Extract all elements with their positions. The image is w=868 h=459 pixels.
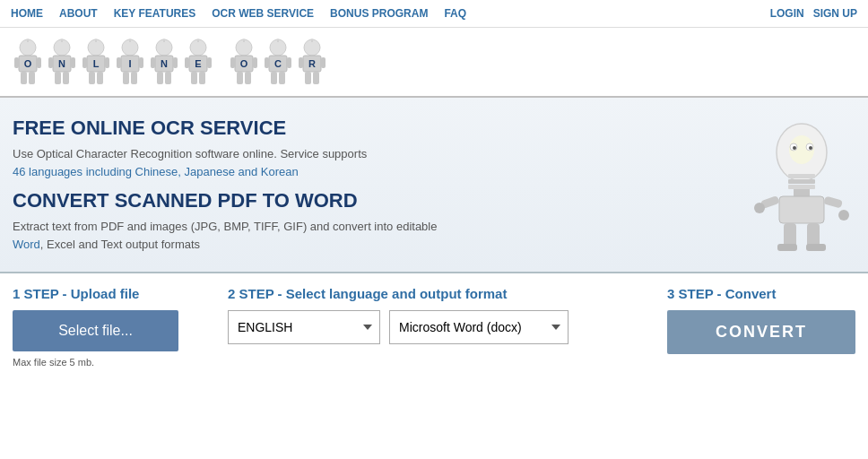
format-select[interactable]: Microsoft Word (docx) Microsoft Excel (x… bbox=[389, 310, 569, 344]
svg-point-98 bbox=[793, 146, 796, 150]
logo-robot-n2: N bbox=[147, 37, 181, 89]
logo-robot-c: C bbox=[261, 37, 295, 89]
step-3-label: 3 STEP - Convert bbox=[667, 286, 855, 301]
max-file-size: Max file size 5 mb. bbox=[13, 357, 192, 368]
svg-rect-50 bbox=[207, 57, 212, 68]
svg-rect-5 bbox=[37, 57, 41, 68]
svg-text:L: L bbox=[93, 58, 100, 69]
svg-rect-68 bbox=[287, 57, 291, 68]
language-select[interactable]: ENGLISH FRENCH GERMAN SPANISH CHINESE JA… bbox=[228, 310, 380, 344]
selects-row: ENGLISH FRENCH GERMAN SPANISH CHINESE JA… bbox=[228, 310, 631, 344]
svg-rect-25 bbox=[97, 72, 103, 84]
svg-rect-16 bbox=[63, 72, 69, 84]
logo-area: O N bbox=[0, 28, 868, 98]
svg-rect-61 bbox=[245, 72, 251, 84]
svg-rect-23 bbox=[105, 57, 109, 68]
hero-section: FREE ONLINE OCR SERVICE Use Optical Char… bbox=[0, 98, 868, 273]
logo-robot-oo: O bbox=[227, 37, 261, 89]
nav-about[interactable]: ABOUT bbox=[59, 7, 98, 20]
svg-rect-13 bbox=[48, 57, 53, 68]
nav-auth: LOGIN SIGN UP bbox=[770, 7, 857, 20]
nav-ocr-web-service[interactable]: OCR WEB SERVICE bbox=[212, 7, 314, 20]
logo: O N bbox=[11, 37, 857, 89]
svg-rect-77 bbox=[321, 57, 326, 68]
svg-point-90 bbox=[838, 210, 849, 221]
steps-row: 1 STEP - Upload file Select file... Max … bbox=[13, 286, 855, 368]
logo-robot-r: R bbox=[295, 37, 329, 89]
svg-rect-79 bbox=[313, 72, 319, 84]
step-1-label: 1 STEP - Upload file bbox=[13, 286, 192, 301]
svg-rect-69 bbox=[271, 72, 277, 84]
logo-robot-i: I bbox=[113, 37, 147, 89]
svg-rect-60 bbox=[237, 72, 243, 84]
logo-robot-o: O bbox=[11, 37, 45, 89]
logo-robot-l: L bbox=[79, 37, 113, 89]
hero-desc-1: Use Optical Character Recognition softwa… bbox=[13, 145, 748, 180]
svg-rect-83 bbox=[788, 179, 815, 184]
svg-text:C: C bbox=[274, 58, 282, 69]
nav-faq[interactable]: FAQ bbox=[444, 7, 466, 20]
nav-signup[interactable]: SIGN UP bbox=[813, 7, 857, 20]
svg-rect-85 bbox=[794, 189, 810, 196]
hero-desc-2: Extract text from PDF and images (JPG, B… bbox=[13, 218, 748, 253]
svg-text:N: N bbox=[161, 58, 168, 69]
svg-rect-41 bbox=[173, 57, 178, 68]
step-2: 2 STEP - Select language and output form… bbox=[228, 286, 631, 344]
select-file-button[interactable]: Select file... bbox=[13, 310, 178, 351]
svg-text:O: O bbox=[240, 58, 248, 69]
svg-rect-93 bbox=[777, 244, 797, 251]
hero-robot-image bbox=[748, 114, 855, 257]
nav-home[interactable]: HOME bbox=[11, 7, 43, 20]
svg-rect-94 bbox=[806, 244, 826, 251]
convert-button[interactable]: CONVERT bbox=[667, 310, 855, 354]
nav-login[interactable]: LOGIN bbox=[770, 7, 804, 20]
svg-rect-33 bbox=[123, 72, 129, 84]
svg-rect-67 bbox=[265, 57, 269, 68]
svg-text:E: E bbox=[195, 58, 201, 69]
nav-key-features[interactable]: KEY FEATURES bbox=[114, 7, 196, 20]
step-1: 1 STEP - Upload file Select file... Max … bbox=[13, 286, 192, 368]
svg-rect-6 bbox=[21, 72, 27, 84]
logo-robot-e: E bbox=[181, 37, 215, 89]
svg-rect-22 bbox=[82, 57, 87, 68]
svg-rect-52 bbox=[199, 72, 205, 84]
svg-rect-42 bbox=[157, 72, 163, 84]
hero-lang-link[interactable]: 46 languages including Chinese, Japanese… bbox=[13, 165, 299, 178]
nav-bonus-program[interactable]: BONUS PROGRAM bbox=[330, 7, 428, 20]
svg-rect-7 bbox=[29, 72, 35, 84]
step-2-label: 2 STEP - Select language and output form… bbox=[228, 286, 631, 301]
svg-rect-40 bbox=[151, 57, 155, 68]
svg-rect-32 bbox=[139, 57, 143, 68]
navigation: HOME ABOUT KEY FEATURES OCR WEB SERVICE … bbox=[0, 0, 868, 28]
svg-rect-31 bbox=[117, 57, 121, 68]
svg-point-99 bbox=[809, 146, 812, 150]
svg-rect-43 bbox=[165, 72, 171, 84]
svg-text:N: N bbox=[58, 58, 65, 69]
svg-rect-15 bbox=[55, 72, 61, 84]
svg-rect-76 bbox=[299, 57, 303, 68]
svg-rect-84 bbox=[788, 185, 815, 189]
svg-rect-24 bbox=[89, 72, 95, 84]
svg-rect-82 bbox=[788, 174, 815, 178]
hero-text: FREE ONLINE OCR SERVICE Use Optical Char… bbox=[13, 117, 748, 255]
svg-rect-86 bbox=[779, 196, 824, 223]
svg-text:R: R bbox=[308, 58, 316, 69]
svg-rect-51 bbox=[191, 72, 197, 84]
svg-rect-59 bbox=[253, 57, 257, 68]
steps-section: 1 STEP - Upload file Select file... Max … bbox=[0, 273, 868, 385]
svg-rect-58 bbox=[230, 57, 235, 68]
svg-rect-89 bbox=[823, 196, 843, 209]
hero-format-link[interactable]: Word bbox=[13, 238, 40, 251]
svg-rect-78 bbox=[305, 72, 311, 84]
svg-rect-4 bbox=[14, 57, 19, 68]
nav-links: HOME ABOUT KEY FEATURES OCR WEB SERVICE … bbox=[11, 7, 466, 20]
svg-rect-14 bbox=[71, 57, 75, 68]
hero-title-2: CONVERT SCANNED PDF TO WORD bbox=[13, 189, 748, 212]
svg-rect-49 bbox=[185, 57, 189, 68]
svg-text:O: O bbox=[24, 58, 32, 69]
svg-text:I: I bbox=[128, 58, 131, 69]
svg-rect-70 bbox=[279, 72, 285, 84]
svg-point-88 bbox=[754, 203, 765, 213]
logo-robot-n: N bbox=[45, 37, 79, 89]
step-3: 3 STEP - Convert CONVERT bbox=[667, 286, 855, 354]
